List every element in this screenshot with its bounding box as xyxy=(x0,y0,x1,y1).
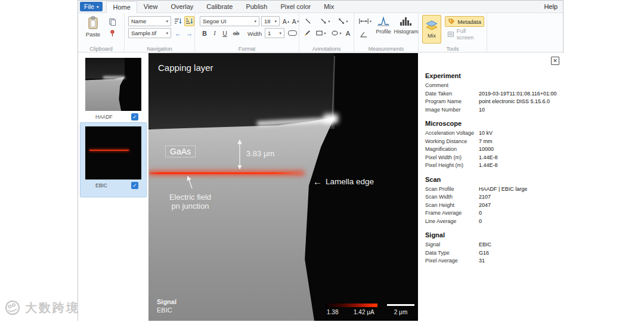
tab-view[interactable]: View xyxy=(137,1,165,13)
metadata-row-value: point electronic DISS 5.15.6.0 xyxy=(479,98,550,106)
ebic-thumbnail-label: EBIC xyxy=(95,182,131,188)
bold-button[interactable]: B xyxy=(200,28,209,38)
haadf-visibility-checkbox[interactable]: ✓ xyxy=(131,113,138,120)
haadf-thumbnail-image[interactable] xyxy=(85,58,141,111)
file-menu-label: File xyxy=(84,3,94,10)
sem-image-viewport[interactable]: Capping layer GaAs 3.83 μm Electric fiel… xyxy=(148,53,418,321)
pen-icon xyxy=(304,29,311,37)
ribbon: Paste Clipboard Name ▾ xyxy=(78,13,563,52)
metadata-row-value: HAADF | EBIC large xyxy=(479,185,527,194)
thumbnail-item-haadf[interactable]: HAADF ✓ xyxy=(78,53,148,120)
histogram-button[interactable]: Histogram xyxy=(395,16,417,35)
thumbnail-item-ebic[interactable]: EBIC ✓ xyxy=(80,122,147,197)
pin-button[interactable] xyxy=(107,28,117,38)
pen-tool-button[interactable] xyxy=(302,28,312,38)
metadata-row: Data TypeG16 xyxy=(425,249,561,258)
file-menu-button[interactable]: File ▾ xyxy=(80,2,103,11)
lamella-edge-annotation[interactable]: ← Lamella edge xyxy=(313,177,374,187)
paste-button[interactable]: Paste xyxy=(83,16,103,38)
sort-order-button[interactable] xyxy=(184,16,194,26)
metadata-row-value: 2107 xyxy=(479,193,491,202)
profile-button[interactable]: Profile xyxy=(373,16,394,35)
close-metadata-button[interactable]: ✕ xyxy=(551,57,559,65)
metadata-row: Pixel Average31 xyxy=(425,257,561,265)
font-size-dropdown[interactable]: 18 ▾ xyxy=(261,16,280,26)
metadata-row-value: 2047 xyxy=(479,202,491,210)
tab-calibrate[interactable]: Calibrate xyxy=(200,1,239,13)
sort-ascending-button[interactable] xyxy=(173,16,183,26)
font-size-value: 18 xyxy=(264,18,271,24)
full-screen-label: Full screen xyxy=(457,27,482,41)
font-family-dropdown[interactable]: Segoe UI ▾ xyxy=(200,16,259,26)
mix-button[interactable]: Mix xyxy=(422,15,441,44)
help-link[interactable]: Help xyxy=(544,3,558,10)
arrow-tool-button[interactable]: ▾ xyxy=(317,16,333,26)
measurement-annotation[interactable]: 3.83 μm xyxy=(246,149,274,158)
italic-button[interactable]: I xyxy=(210,28,219,38)
signal-value: EBIC xyxy=(157,306,172,314)
gaas-annotation[interactable]: GaAs xyxy=(165,145,196,157)
shrink-font-button[interactable]: A▾ xyxy=(291,16,300,26)
underline-button[interactable]: U xyxy=(220,28,230,38)
metadata-button[interactable]: Metadata xyxy=(445,16,484,27)
tab-mix[interactable]: Mix xyxy=(317,1,340,13)
angle-icon xyxy=(360,31,368,38)
image-file-dropdown[interactable]: Sample.tif ▾ xyxy=(128,28,171,38)
metadata-row-label: Data Type xyxy=(425,249,479,258)
caret-down-icon: ▾ xyxy=(166,19,168,24)
paste-label: Paste xyxy=(86,31,100,38)
metadata-row-label: Date Taken xyxy=(425,90,479,98)
next-image-button[interactable]: → xyxy=(184,28,194,38)
efield-annotation[interactable]: Electric field pn junction xyxy=(154,193,226,210)
line-width-value: 1 xyxy=(268,30,271,36)
full-screen-button[interactable]: Full screen xyxy=(445,29,484,39)
strikethrough-button[interactable]: ab xyxy=(230,28,242,38)
navigation-group: Name ▾ xyxy=(125,13,195,52)
caret-down-icon: ▾ xyxy=(346,19,348,24)
metadata-row: Working Distance7 mm xyxy=(425,138,561,146)
tab-home[interactable]: Home xyxy=(106,1,137,13)
line-tool-button[interactable] xyxy=(302,16,314,26)
copy-button[interactable] xyxy=(107,17,117,26)
rounded-rect-style-button[interactable] xyxy=(286,28,299,38)
ellipse-tool-button[interactable]: ▾ xyxy=(329,28,343,38)
double-arrow-tool-button[interactable]: ▾ xyxy=(335,16,351,26)
navigation-group-label: Navigation xyxy=(125,46,194,52)
metadata-section-title: Experiment xyxy=(425,72,561,79)
metadata-row-value: 10000 xyxy=(479,145,494,154)
text-tool-button[interactable]: A xyxy=(343,28,352,38)
grow-font-button[interactable]: A▴ xyxy=(281,16,290,26)
metadata-row: Pixel Height (m)1.44E-8 xyxy=(425,162,561,170)
ebic-visibility-checkbox[interactable]: ✓ xyxy=(131,182,138,189)
tab-overlay[interactable]: Overlay xyxy=(164,1,200,13)
check-icon: ✓ xyxy=(132,182,137,188)
previous-image-button[interactable]: ← xyxy=(173,28,183,38)
scale-bar-label: 2 μm xyxy=(387,309,414,315)
efield-annotation-line1: Electric field xyxy=(154,193,226,202)
metadata-row: SignalEBIC xyxy=(425,241,561,249)
angle-tool-button[interactable] xyxy=(358,29,370,39)
rectangle-icon xyxy=(315,29,323,37)
metadata-row: Scan ProfileHAADF | EBIC large xyxy=(425,185,561,194)
rectangle-tool-button[interactable]: ▾ xyxy=(314,28,328,38)
line-icon xyxy=(304,17,312,25)
line-width-dropdown[interactable]: 1 ▾ xyxy=(265,28,284,38)
metadata-row-label: Comment xyxy=(425,82,479,90)
layers-icon xyxy=(425,20,439,32)
metadata-row: Frame Average0 xyxy=(425,209,561,218)
metadata-section-title: Microscope xyxy=(425,120,561,127)
tab-pixel-color[interactable]: Pixel color xyxy=(274,1,317,13)
metadata-row-label: Scan Width xyxy=(425,193,479,202)
colorbar-min-label: 1.38 xyxy=(327,309,338,315)
bright-corner-blob xyxy=(324,114,338,123)
ebic-thumbnail-image[interactable] xyxy=(85,126,141,179)
measure-tool-button[interactable]: ▾ xyxy=(357,16,373,26)
metadata-row-value: 2019-03-19T11:01:08.116+01:00 xyxy=(479,90,557,98)
metadata-section: MicroscopeAcceleration Voltage10 kVWorki… xyxy=(425,120,561,170)
metadata-row-value: 10 xyxy=(479,106,485,114)
sort-field-dropdown[interactable]: Name ▾ xyxy=(128,16,171,26)
tab-publish[interactable]: Publish xyxy=(239,1,274,13)
lamella-edge-label: Lamella edge xyxy=(326,177,374,186)
capping-layer-annotation[interactable]: Capping layer xyxy=(158,63,213,73)
metadata-row: Line Average0 xyxy=(425,218,561,226)
